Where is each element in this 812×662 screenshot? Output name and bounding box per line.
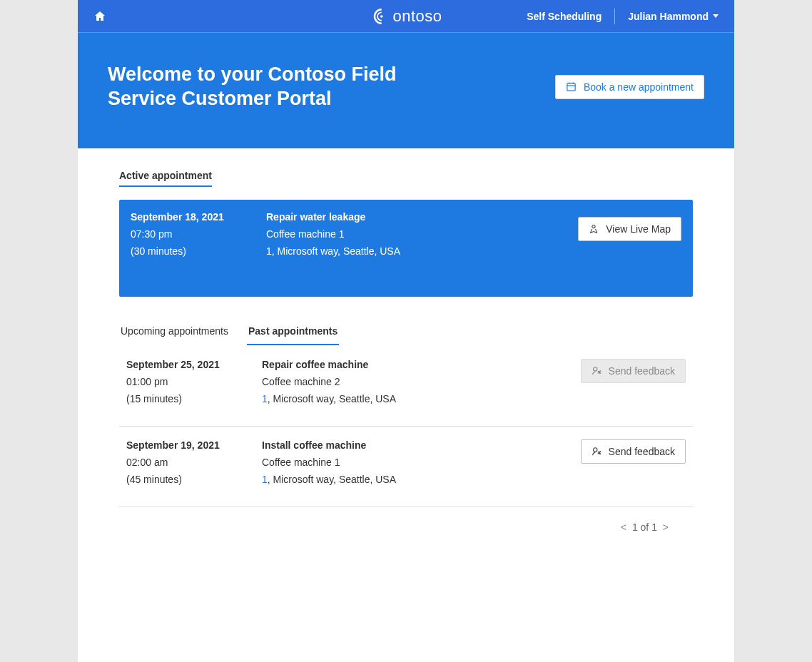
tab-upcoming[interactable]: Upcoming appointments (119, 321, 230, 345)
nav-divider (614, 9, 615, 24)
svg-rect-1 (567, 83, 575, 91)
pager-next[interactable]: > (660, 521, 671, 533)
send-feedback-button[interactable]: Send feedback (581, 439, 686, 464)
nav-self-scheduling[interactable]: Self Scheduling (527, 11, 602, 22)
map-pin-icon (589, 224, 599, 234)
pager-prev[interactable]: < (618, 521, 629, 533)
row-time: 02:00 am (126, 457, 233, 468)
send-feedback-label: Send feedback (609, 365, 675, 377)
portal-page: ontoso Self Scheduling Julian Hammond We… (78, 0, 734, 662)
active-appointment-card: September 18, 2021 07:30 pm (30 minutes)… (119, 200, 693, 297)
row-time: 01:00 pm (126, 376, 233, 387)
address-link[interactable]: 1 (262, 474, 268, 485)
row-duration: (45 minutes) (126, 474, 233, 485)
top-navbar: ontoso Self Scheduling Julian Hammond (78, 0, 734, 33)
pager-text: 1 of 1 (632, 521, 657, 533)
nav-user-name: Julian Hammond (628, 11, 709, 22)
brand-logo: ontoso (370, 7, 442, 26)
nav-user-menu[interactable]: Julian Hammond (628, 11, 719, 22)
svg-point-5 (592, 225, 595, 228)
svg-point-6 (593, 367, 597, 370)
row-date-col: September 25, 2021 01:00 pm (15 minutes) (126, 359, 233, 410)
home-icon[interactable] (93, 10, 106, 23)
book-appointment-label: Book a new appointment (584, 81, 694, 93)
pager: < 1 of 1 > (119, 507, 693, 547)
active-duration: (30 minutes) (131, 245, 238, 257)
nav-right: Self Scheduling Julian Hammond (527, 9, 719, 24)
active-appointment-section: Active appointment (119, 170, 693, 193)
appointment-tabs: Upcoming appointments Past appointments (119, 321, 693, 346)
brand-text: ontoso (392, 7, 442, 26)
active-date-col: September 18, 2021 07:30 pm (30 minutes) (131, 211, 238, 263)
row-duration: (15 minutes) (126, 393, 233, 404)
svg-point-7 (593, 447, 597, 451)
appointment-row: September 25, 2021 01:00 pm (15 minutes)… (119, 346, 693, 427)
active-appointment-heading: Active appointment (119, 170, 212, 187)
row-date: September 25, 2021 (126, 359, 233, 370)
address-link[interactable]: 1 (262, 393, 268, 404)
hero-title: Welcome to your Contoso Field Service Cu… (108, 63, 450, 111)
active-date: September 18, 2021 (131, 211, 238, 223)
tab-past[interactable]: Past appointments (247, 321, 339, 345)
svg-point-0 (380, 15, 383, 18)
row-date: September 19, 2021 (126, 439, 233, 451)
content-area: Active appointment September 18, 2021 07… (78, 148, 734, 561)
active-time: 07:30 pm (131, 228, 238, 240)
address-rest: , Microsoft way, Seattle, USA (268, 393, 396, 404)
calendar-icon (566, 81, 577, 92)
hero-banner: Welcome to your Contoso Field Service Cu… (78, 33, 734, 148)
row-address: 1, Microsoft way, Seattle, USA (262, 393, 686, 404)
view-live-map-label: View Live Map (606, 223, 671, 235)
appointment-row: September 19, 2021 02:00 am (45 minutes)… (119, 427, 693, 507)
contoso-logo-icon (370, 7, 388, 26)
address-rest: , Microsoft way, Seattle, USA (268, 474, 396, 485)
book-appointment-button[interactable]: Book a new appointment (555, 75, 704, 99)
view-live-map-button[interactable]: View Live Map (578, 217, 681, 241)
chevron-down-icon (713, 14, 719, 18)
row-address: 1, Microsoft way, Seattle, USA (262, 474, 686, 485)
feedback-icon (592, 366, 602, 376)
row-date-col: September 19, 2021 02:00 am (45 minutes) (126, 439, 233, 491)
send-feedback-button-disabled: Send feedback (581, 359, 686, 383)
active-address: 1, Microsoft way, Seattle, USA (266, 245, 681, 257)
send-feedback-label: Send feedback (609, 446, 675, 457)
feedback-icon (592, 447, 602, 457)
